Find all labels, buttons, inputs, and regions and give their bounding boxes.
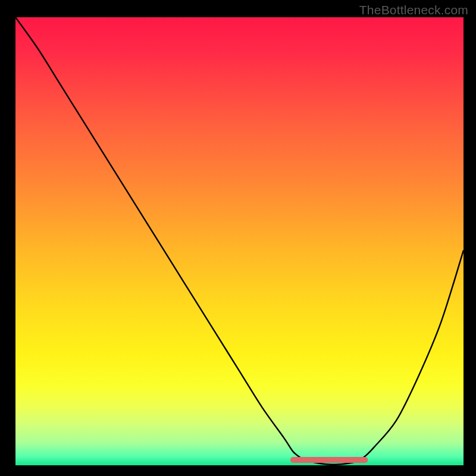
bottleneck-curve (15, 17, 464, 465)
chart-frame (15, 17, 464, 465)
watermark: TheBottleneck.com (359, 3, 468, 17)
chart-svg (15, 17, 464, 465)
